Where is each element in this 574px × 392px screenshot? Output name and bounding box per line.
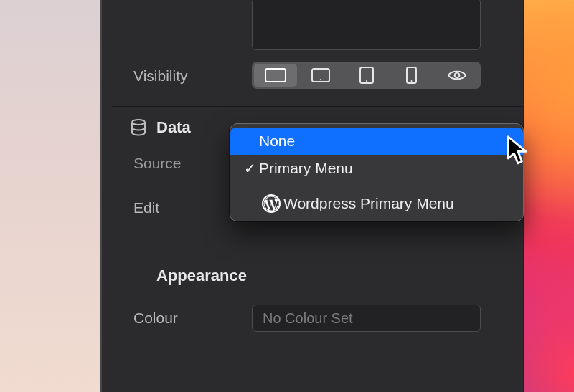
svg-point-2 bbox=[320, 79, 321, 80]
colour-row: Colour No Colour Set bbox=[112, 310, 523, 327]
inspector-panel: Visibility bbox=[100, 0, 524, 392]
checkmark-icon: ✓ bbox=[240, 160, 259, 177]
colour-placeholder: No Colour Set bbox=[263, 310, 353, 327]
dropdown-item-none[interactable]: None bbox=[230, 128, 523, 155]
appearance-section-header[interactable]: Appearance bbox=[156, 267, 247, 285]
section-divider-2 bbox=[112, 244, 523, 244]
colour-field[interactable]: No Colour Set bbox=[252, 305, 481, 332]
data-section-title: Data bbox=[156, 118, 191, 137]
svg-rect-0 bbox=[265, 69, 286, 82]
visibility-preview[interactable] bbox=[436, 64, 479, 87]
source-label: Source bbox=[112, 155, 241, 172]
visibility-segmented-control[interactable] bbox=[252, 62, 481, 89]
visibility-label: Visibility bbox=[112, 67, 241, 85]
source-dropdown-menu: None ✓ Primary Menu Wordpress Primary Me… bbox=[230, 123, 524, 221]
visibility-phone[interactable] bbox=[390, 64, 433, 87]
visibility-tablet-portrait[interactable] bbox=[344, 64, 387, 87]
edit-label: Edit bbox=[112, 199, 241, 216]
desktop-wallpaper-left bbox=[0, 0, 100, 392]
svg-point-7 bbox=[455, 73, 460, 78]
visibility-row: Visibility bbox=[112, 62, 523, 90]
desktop-wallpaper-right bbox=[524, 0, 574, 392]
appearance-section-title: Appearance bbox=[156, 267, 247, 285]
database-icon bbox=[131, 119, 146, 136]
dropdown-item-wordpress-primary-menu[interactable]: Wordpress Primary Menu bbox=[230, 190, 523, 217]
dropdown-item-label: Wordpress Primary Menu bbox=[283, 195, 454, 212]
dropdown-separator bbox=[230, 186, 523, 186]
svg-point-6 bbox=[411, 80, 413, 82]
colour-label: Colour bbox=[112, 310, 241, 327]
svg-point-4 bbox=[365, 80, 367, 82]
data-section-header[interactable]: Data bbox=[131, 118, 191, 137]
text-area[interactable] bbox=[252, 0, 481, 50]
section-divider bbox=[112, 106, 523, 107]
svg-point-8 bbox=[132, 120, 145, 125]
visibility-tablet-landscape[interactable] bbox=[299, 64, 342, 87]
wordpress-icon bbox=[259, 194, 283, 213]
dropdown-item-primary-menu[interactable]: ✓ Primary Menu bbox=[230, 155, 523, 182]
dropdown-item-label: Primary Menu bbox=[259, 160, 353, 177]
visibility-desktop[interactable] bbox=[254, 64, 297, 87]
dropdown-item-label: None bbox=[259, 133, 295, 150]
